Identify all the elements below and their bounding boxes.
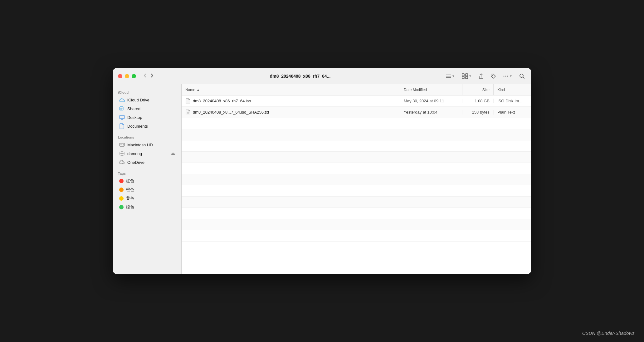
tag-button[interactable]	[489, 73, 497, 80]
green-tag-dot	[119, 205, 124, 209]
svg-point-20	[120, 152, 124, 154]
macintosh-hd-label: Macintosh HD	[127, 143, 153, 147]
finder-window: dm8_20240408_x86_rh7_64...	[113, 68, 531, 274]
onedrive-icon	[119, 159, 125, 165]
shared-icon	[119, 106, 125, 111]
share-button[interactable]	[477, 73, 485, 80]
empty-row	[182, 152, 531, 163]
sidebar-item-tag-yellow[interactable]: 黄色	[114, 194, 180, 203]
svg-point-7	[492, 75, 493, 76]
red-tag-dot	[119, 179, 124, 183]
dameng-icon	[119, 151, 125, 156]
txt-file-icon	[185, 109, 191, 115]
main-content: iCloud iCloud Drive	[113, 84, 531, 274]
documents-label: Documents	[127, 124, 148, 129]
empty-row	[182, 208, 531, 219]
back-button[interactable]	[142, 72, 148, 80]
file-name-text: dm8_20240408_x8...7_64.iso_SHA256.txt	[193, 110, 269, 115]
empty-row	[182, 140, 531, 152]
column-header-size[interactable]: Size	[462, 84, 494, 95]
file-list-area: Name ▲ Date Modified Size Kind	[182, 84, 531, 274]
window-title: dm8_20240408_x86_rh7_64...	[159, 74, 442, 79]
sidebar-item-tag-orange[interactable]: 橙色	[114, 185, 180, 194]
column-header-name[interactable]: Name ▲	[182, 84, 400, 95]
yellow-tag-label: 黄色	[126, 196, 134, 201]
svg-rect-5	[462, 76, 464, 79]
icloud-drive-icon	[119, 97, 125, 103]
close-button[interactable]	[118, 74, 122, 78]
search-button[interactable]	[518, 73, 526, 80]
toolbar: dm8_20240408_x86_rh7_64...	[113, 68, 531, 84]
traffic-lights	[118, 74, 136, 78]
dameng-item-left: dameng	[119, 151, 142, 156]
forward-button[interactable]	[149, 72, 155, 80]
sidebar-item-tag-red[interactable]: 红色	[114, 177, 180, 185]
orange-tag-dot	[119, 188, 124, 192]
file-date-col: Yesterday at 10:04	[400, 110, 462, 115]
svg-rect-13	[120, 107, 123, 110]
table-row[interactable]: dm8_20240408_x8...7_64.iso_SHA256.txt Ye…	[182, 107, 531, 118]
sidebar-item-icloud-drive[interactable]: iCloud Drive	[114, 95, 180, 104]
shared-label: Shared	[127, 106, 140, 111]
green-tag-label: 绿色	[126, 204, 134, 210]
yellow-tag-dot	[119, 196, 124, 201]
empty-row	[182, 197, 531, 208]
column-header-date[interactable]: Date Modified	[400, 84, 462, 95]
svg-rect-4	[466, 74, 468, 76]
file-size-col: 158 bytes	[462, 110, 494, 115]
svg-point-18	[123, 144, 124, 145]
sidebar-item-macintosh-hd[interactable]: Macintosh HD	[114, 140, 180, 149]
documents-icon	[119, 123, 125, 129]
dameng-label: dameng	[127, 151, 142, 156]
file-name-text: dm8_20240408_x86_rh7_64.iso	[193, 99, 251, 103]
sidebar-item-desktop[interactable]: Desktop	[114, 113, 180, 122]
empty-row	[182, 163, 531, 174]
empty-row	[182, 129, 531, 140]
svg-line-12	[523, 77, 524, 78]
desktop-icon	[119, 115, 125, 120]
file-name-col: dm8_20240408_x86_rh7_64.iso	[182, 98, 400, 104]
empty-row	[182, 219, 531, 230]
file-kind-col: Plain Text	[494, 110, 531, 115]
file-size-col: 1.08 GB	[462, 99, 494, 103]
empty-row	[182, 230, 531, 242]
macintosh-hd-icon	[119, 142, 125, 148]
svg-point-10	[507, 76, 508, 76]
sidebar-item-dameng[interactable]: dameng ⏏	[114, 149, 180, 158]
minimize-button[interactable]	[125, 74, 129, 78]
svg-point-8	[504, 76, 505, 76]
sidebar: iCloud iCloud Drive	[113, 84, 182, 274]
sort-arrow-icon: ▲	[197, 88, 200, 91]
file-name-col: dm8_20240408_x8...7_64.iso_SHA256.txt	[182, 109, 400, 115]
svg-point-9	[505, 76, 506, 76]
svg-rect-16	[120, 115, 124, 119]
sidebar-item-shared[interactable]: Shared	[114, 104, 180, 113]
orange-tag-label: 橙色	[126, 187, 134, 193]
onedrive-label: OneDrive	[127, 160, 144, 165]
nav-buttons	[142, 72, 155, 80]
sidebar-item-onedrive[interactable]: OneDrive	[114, 158, 180, 167]
icloud-drive-label: iCloud Drive	[127, 98, 149, 102]
red-tag-label: 红色	[126, 178, 134, 184]
sidebar-item-tag-green[interactable]: 绿色	[114, 203, 180, 212]
more-options-button[interactable]	[502, 73, 514, 79]
sidebar-item-documents[interactable]: Documents	[114, 122, 180, 130]
empty-row	[182, 185, 531, 197]
watermark: CSDN @Ender-Shadows	[582, 330, 635, 336]
empty-row	[182, 174, 531, 185]
tags-section-title: Tags	[113, 169, 181, 177]
view-options-button[interactable]	[444, 73, 456, 79]
file-kind-col: ISO Disk Im...	[494, 99, 531, 103]
file-list-header: Name ▲ Date Modified Size Kind	[182, 84, 531, 95]
svg-rect-6	[466, 76, 468, 79]
iso-file-icon	[185, 98, 191, 104]
grid-view-button[interactable]	[461, 73, 473, 80]
locations-section-title: Locations	[113, 133, 181, 140]
file-date-col: May 30, 2024 at 09:11	[400, 99, 462, 103]
maximize-button[interactable]	[132, 74, 136, 78]
desktop-label: Desktop	[127, 115, 142, 120]
eject-icon[interactable]: ⏏	[171, 151, 175, 156]
svg-rect-3	[462, 74, 464, 76]
table-row[interactable]: dm8_20240408_x86_rh7_64.iso May 30, 2024…	[182, 95, 531, 107]
column-header-kind[interactable]: Kind	[494, 84, 531, 95]
